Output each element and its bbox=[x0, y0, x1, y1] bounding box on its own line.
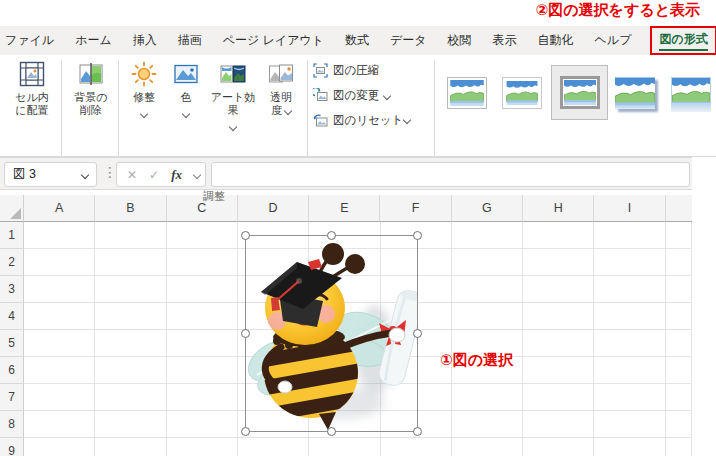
cancel-icon[interactable]: ✕ bbox=[127, 168, 137, 182]
tab-insert[interactable]: 挿入 bbox=[133, 26, 157, 55]
row-header-1[interactable]: 1 bbox=[0, 222, 24, 249]
change-picture-button[interactable]: 図の変更 bbox=[313, 85, 390, 105]
tab-view[interactable]: 表示 bbox=[493, 26, 517, 55]
tab-review[interactable]: 校閲 bbox=[448, 26, 472, 55]
resize-handle-bottom-left[interactable] bbox=[241, 427, 250, 436]
row-header-3[interactable]: 3 bbox=[0, 276, 24, 303]
tab-data[interactable]: データ bbox=[390, 26, 427, 55]
formula-input[interactable] bbox=[211, 162, 690, 187]
select-all-triangle-icon bbox=[10, 208, 21, 219]
select-all-corner[interactable] bbox=[0, 195, 24, 222]
insert-function-button[interactable]: fx bbox=[171, 167, 182, 183]
formula-buttons: ✕ ✓ fx bbox=[116, 162, 206, 187]
resize-handle-middle-right[interactable] bbox=[413, 329, 422, 338]
column-header-e[interactable]: E bbox=[309, 195, 380, 222]
compress-picture-button[interactable]: 図の圧縮 bbox=[313, 60, 379, 80]
place-in-cell-button[interactable]: セル内 に配置 bbox=[5, 58, 59, 117]
artistic-effects-button[interactable]: アート効果 bbox=[206, 58, 260, 133]
chevron-down-icon bbox=[140, 110, 148, 118]
picture-style-thumbnail bbox=[506, 81, 538, 105]
column-header-i[interactable]: I bbox=[594, 195, 665, 222]
name-box[interactable]: 図 3 bbox=[4, 162, 97, 187]
picture-style-selected-frame bbox=[551, 65, 608, 120]
chevron-down-icon[interactable] bbox=[403, 116, 411, 124]
place-in-cell-icon bbox=[19, 61, 45, 87]
chevron-down-icon[interactable] bbox=[193, 171, 201, 179]
tab-picture-format[interactable]: 図の形式 bbox=[659, 31, 707, 51]
chevron-down-icon bbox=[229, 123, 237, 131]
picture-style-2[interactable] bbox=[502, 77, 542, 109]
picture-style-1[interactable] bbox=[447, 77, 487, 109]
resize-handle-bottom-right[interactable] bbox=[413, 427, 422, 436]
picture-style-thumbnail bbox=[450, 80, 484, 106]
picture-style-4[interactable] bbox=[615, 77, 655, 109]
annotation-image: ①図の選択 bbox=[440, 351, 513, 370]
remove-background-icon bbox=[78, 61, 104, 87]
chevron-down-icon bbox=[284, 107, 292, 115]
column-header-f[interactable]: F bbox=[380, 195, 451, 222]
resize-handle-top-left[interactable] bbox=[241, 231, 250, 240]
resize-handle-top-center[interactable] bbox=[327, 231, 336, 240]
color-button[interactable]: 色 bbox=[168, 58, 204, 120]
resize-handle-top-right[interactable] bbox=[413, 231, 422, 240]
tab-automate[interactable]: 自動化 bbox=[538, 26, 574, 55]
picture-style-3-selected[interactable] bbox=[560, 76, 600, 109]
picture-style-thumbnail bbox=[564, 80, 596, 105]
excel-window: ②図の選択をすると表示 ファイル ホーム 挿入 描画 ページ レイアウト 数式 … bbox=[0, 0, 716, 456]
column-header-partial[interactable] bbox=[666, 195, 692, 222]
annotation-highlight-box: 図の形式 bbox=[650, 26, 716, 55]
group-label-adjust: 調整 bbox=[120, 189, 308, 204]
column-header-h[interactable]: H bbox=[523, 195, 594, 222]
resize-handle-bottom-center[interactable] bbox=[327, 427, 336, 436]
formula-bar-row: 図 3 ⋮ ✕ ✓ fx bbox=[0, 157, 692, 190]
artistic-effects-icon bbox=[220, 61, 246, 87]
row-header-6[interactable]: 6 bbox=[0, 357, 24, 384]
menu-bar: ファイル ホーム 挿入 描画 ページ レイアウト 数式 データ 校閲 表示 自動… bbox=[0, 26, 716, 55]
transparency-icon bbox=[268, 61, 294, 87]
reflection-effect bbox=[671, 103, 711, 112]
remove-background-button[interactable]: 背景の 削除 bbox=[64, 58, 118, 117]
tab-help[interactable]: ヘルプ bbox=[595, 26, 632, 55]
row-header-7[interactable]: 7 bbox=[0, 384, 24, 411]
change-picture-icon bbox=[313, 88, 328, 103]
row-header-4[interactable]: 4 bbox=[0, 303, 24, 330]
enter-icon[interactable]: ✓ bbox=[149, 168, 159, 182]
picture-style-thumbnail bbox=[672, 78, 710, 103]
ribbon: セル内 に配置 背景の 削除 bbox=[0, 55, 716, 157]
row-header-2[interactable]: 2 bbox=[0, 249, 24, 276]
reset-picture-button[interactable]: 図のリセット bbox=[313, 110, 403, 130]
tab-file[interactable]: ファイル bbox=[5, 26, 54, 55]
picture-style-5[interactable] bbox=[671, 77, 711, 112]
bee-image[interactable] bbox=[245, 235, 418, 432]
reset-picture-icon bbox=[313, 113, 328, 128]
transparency-button[interactable]: 透明 度 bbox=[261, 58, 301, 117]
column-header-a[interactable]: A bbox=[24, 195, 95, 222]
tab-home[interactable]: ホーム bbox=[75, 26, 112, 55]
tab-draw[interactable]: 描画 bbox=[178, 26, 202, 55]
chevron-down-icon[interactable] bbox=[81, 171, 89, 179]
chevron-down-icon bbox=[182, 110, 190, 118]
row-headers: 1 2 3 4 5 6 7 8 9 bbox=[0, 222, 24, 456]
chevron-down-icon bbox=[383, 91, 391, 99]
color-picture-icon bbox=[173, 61, 199, 87]
column-header-g[interactable]: G bbox=[452, 195, 523, 222]
row-header-8[interactable]: 8 bbox=[0, 411, 24, 438]
row-header-5[interactable]: 5 bbox=[0, 330, 24, 357]
picture-style-thumbnail bbox=[615, 77, 655, 109]
tab-page-layout[interactable]: ページ レイアウト bbox=[223, 26, 324, 55]
resize-handle-middle-left[interactable] bbox=[241, 329, 250, 338]
corrections-button[interactable]: 修整 bbox=[122, 58, 166, 120]
compress-picture-icon bbox=[313, 63, 328, 78]
sun-icon bbox=[131, 61, 157, 87]
row-header-9[interactable]: 9 bbox=[0, 438, 24, 456]
annotation-top: ②図の選択をすると表示 bbox=[536, 1, 700, 20]
more-options-dots-icon[interactable]: ⋮ bbox=[103, 164, 117, 180]
tab-formulas[interactable]: 数式 bbox=[345, 26, 369, 55]
